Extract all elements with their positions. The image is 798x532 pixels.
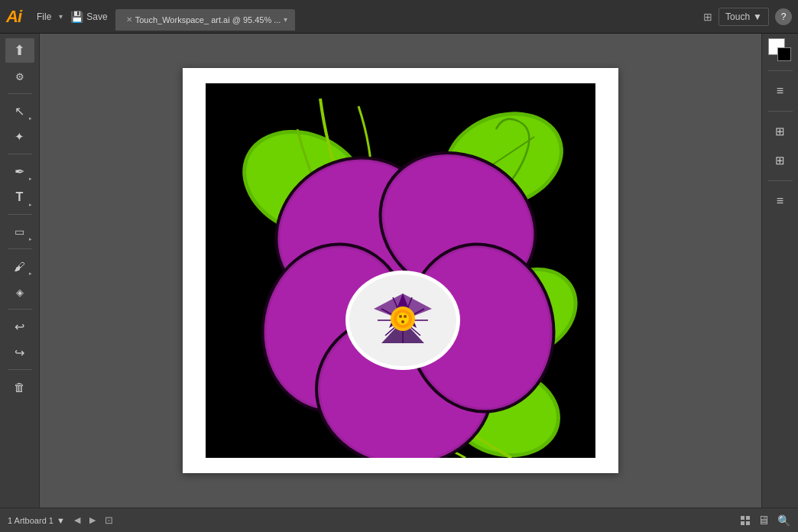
grid-dot-3 [741,521,744,525]
libraries-panel-btn[interactable]: ⊞ [766,119,795,144]
transform-icon: ⊞ [775,154,785,167]
wand-icon: ✦ [15,130,24,144]
status-right: 🖥 🔍 [741,514,790,527]
file-menu[interactable]: File ▾ [31,8,63,25]
workspace-selector[interactable]: Touch ▼ [719,8,769,26]
view-icon[interactable]: 🖥 [757,514,770,527]
left-toolbar: ⬆ ⚙ ↖ ▸ ✦ ✒ ▸ T ▸ ▭ ▸ 🖌 ▸ [0,34,40,508]
delete-button[interactable]: 🗑 [5,375,34,399]
next-artboard-btn[interactable]: ▶ [86,514,99,527]
pen-icon: ✒ [15,164,24,179]
svg-point-41 [401,320,404,323]
grid-dot-4 [746,521,750,525]
tab-title: Touch_Workspace_ art.ai @ 95.45% ... [135,15,281,24]
grid-dot-1 [741,516,744,520]
status-bar: 1 Artboard 1 ▼ ◀ ▶ ⊡ 🖥 🔍 [0,508,798,532]
direct-select-icon: ↖ [15,104,24,118]
help-button[interactable]: ? [775,8,792,25]
save-label: Save [86,11,107,22]
app-logo: Ai [6,7,21,27]
align-panel-btn[interactable]: ≡ [766,189,795,213]
panel-separator-2 [768,111,793,112]
brush-icon: 🖌 [14,260,25,273]
save-button[interactable]: 💾 Save [66,8,112,26]
flower-illustration [206,83,595,458]
sliders-icon: ⚙ [15,71,24,83]
undo-icon: ↩ [15,320,24,334]
type-icon: T [16,190,24,204]
trash-icon: 🗑 [14,381,25,394]
menu-bar: Ai File ▾ 💾 Save ✕ Touch_Workspace_ art.… [0,0,798,34]
grid-view-button[interactable] [741,516,750,525]
help-icon: ? [781,11,787,22]
panel-separator-3 [768,180,793,181]
pen-tool-arrow: ▸ [29,176,32,182]
tool-expand-arrow: ▸ [29,115,32,122]
workspace-name: Touch [725,11,750,22]
brush-tool-arrow: ▸ [29,271,32,277]
file-menu-label[interactable]: File [31,8,57,25]
libraries-icon: ⊞ [775,125,785,138]
rect-tool-arrow: ▸ [29,236,32,242]
pen-tool[interactable]: ✒ ▸ [5,159,34,183]
rect-icon: ▭ [15,225,24,238]
align-icon: ≡ [777,194,783,208]
color-swatch[interactable] [768,38,793,63]
selection-tool[interactable]: ⬆ [5,38,34,63]
tab-close-icon[interactable]: ✕ [126,15,132,24]
document-tab[interactable]: ✕ Touch_Workspace_ art.ai @ 95.45% ... ▾ [115,9,296,31]
toolbar-separator-3 [8,214,32,215]
transform-panel-btn[interactable]: ⊞ [766,148,795,173]
tab-dropdown-arrow[interactable]: ▾ [284,15,287,24]
toolbar-separator-2 [8,154,32,154]
artboard-label: 1 Artboard 1 [8,516,54,525]
properties-panel-btn[interactable]: ≡ [766,79,795,103]
toolbar-separator-5 [8,309,32,310]
workspace-arrow: ▼ [753,11,762,22]
main-layout: ⬆ ⚙ ↖ ▸ ✦ ✒ ▸ T ▸ ▭ ▸ 🖌 ▸ [0,34,798,508]
properties-panel-btn[interactable]: ⚙ [5,64,34,89]
artboard-dropdown[interactable]: ▼ [57,516,65,525]
properties-icon: ≡ [777,84,783,98]
zoom-icon[interactable]: 🔍 [777,514,790,527]
right-controls: ⊞ Touch ▼ ? [703,8,792,26]
artwork [206,83,595,458]
blob-brush-tool[interactable]: ◈ [5,280,34,304]
svg-point-40 [404,315,407,318]
artboard-nav: ◀ ▶ ⊡ [71,513,116,527]
redo-button[interactable]: ↪ [5,340,34,365]
background-color[interactable] [777,47,791,61]
workspace-icon-area: ⊞ [703,11,712,23]
toolbar-separator-4 [8,248,32,249]
blob-icon: ◈ [16,287,24,298]
grid-dot-2 [746,516,750,520]
selection-icon: ⬆ [14,42,25,59]
canvas-area[interactable] [40,34,761,508]
svg-point-39 [399,315,402,318]
undo-button[interactable]: ↩ [5,314,34,339]
artboard-selector[interactable]: 1 Artboard 1 ▼ [8,516,65,525]
redo-icon: ↪ [15,345,24,360]
fit-page-btn[interactable]: ⊡ [102,513,116,527]
prev-artboard-btn[interactable]: ◀ [71,514,83,527]
panel-separator-1 [768,70,793,71]
save-icon: 💾 [70,11,83,23]
paintbrush-tool[interactable]: 🖌 ▸ [5,254,34,278]
rectangle-tool[interactable]: ▭ ▸ [5,219,34,244]
magic-wand-tool[interactable]: ✦ [5,125,34,149]
toolbar-separator-1 [8,93,32,94]
workspace-grid-icon: ⊞ [703,11,712,23]
type-tool-arrow: ▸ [29,202,32,208]
type-tool[interactable]: T ▸ [5,185,34,209]
artboard-container [183,68,618,473]
toolbar-separator-6 [8,369,32,370]
file-dropdown-arrow: ▾ [59,12,63,21]
right-panel: ≡ ⊞ ⊞ ≡ [761,34,798,508]
direct-selection-tool[interactable]: ↖ ▸ [5,99,34,123]
